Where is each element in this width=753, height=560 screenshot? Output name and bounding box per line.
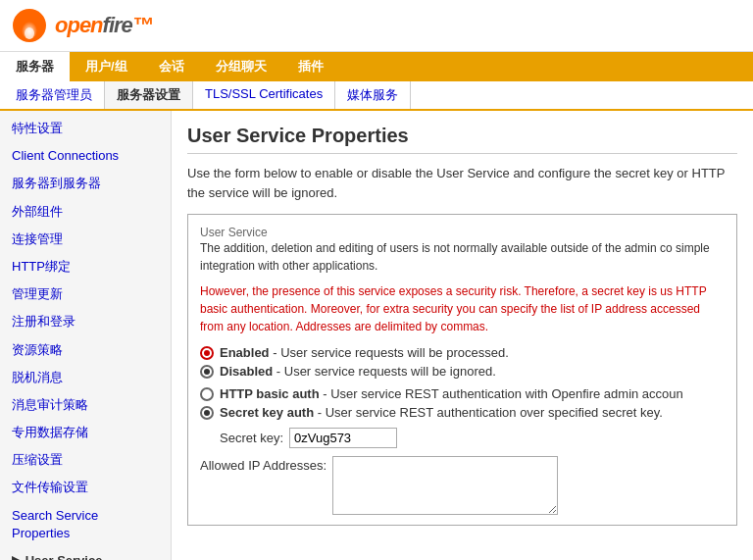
sidebar-item-private-data[interactable]: 专用数据存储 xyxy=(0,419,171,446)
radio-enabled-label: Enabled - User service requests will be … xyxy=(220,345,509,360)
nav-tab-server[interactable]: 服务器 xyxy=(0,52,70,81)
main-nav: 服务器 用户/组 会话 分组聊天 插件 xyxy=(0,52,753,81)
nav-tab-plugins[interactable]: 插件 xyxy=(282,52,339,81)
nav-tab-users[interactable]: 用户/组 xyxy=(70,52,143,81)
service-warning-text: However, the presence of this service ex… xyxy=(200,282,725,335)
sidebar-item-register-login[interactable]: 注册和登录 xyxy=(0,308,171,335)
service-box: User Service The addition, deletion and … xyxy=(187,214,737,526)
service-info-text: The addition, deletion and editing of us… xyxy=(200,239,725,275)
layout: 特性设置 Client Connections 服务器到服务器 外部组件 连接管… xyxy=(0,111,753,560)
main-content: User Service Properties Use the form bel… xyxy=(172,111,753,560)
sidebar: 特性设置 Client Connections 服务器到服务器 外部组件 连接管… xyxy=(0,111,172,560)
logo-icon xyxy=(12,8,47,43)
sub-nav: 服务器管理员 服务器设置 TLS/SSL Certificates 媒体服务 xyxy=(0,81,753,111)
subnav-server-settings[interactable]: 服务器设置 xyxy=(105,81,193,109)
sidebar-item-msg-audit[interactable]: 消息审计策略 xyxy=(0,391,171,419)
nav-tab-groupchat[interactable]: 分组聊天 xyxy=(200,52,282,81)
sidebar-item-features[interactable]: 特性设置 xyxy=(0,115,171,142)
sidebar-item-search-service[interactable]: Search Service Properties xyxy=(0,502,171,547)
radio-http-label: HTTP basic auth - User service REST auth… xyxy=(220,386,683,401)
page-title: User Service Properties xyxy=(187,125,737,154)
sidebar-item-http-bind[interactable]: HTTP绑定 xyxy=(0,253,171,280)
secret-key-label: Secret key: xyxy=(220,431,283,445)
ip-label: Allowed IP Addresses: xyxy=(200,456,326,473)
service-box-title: User Service xyxy=(200,225,725,239)
radio-disabled-row: Disabled - User service requests will be… xyxy=(200,364,725,379)
sidebar-item-resource-policy[interactable]: 资源策略 xyxy=(0,336,171,364)
sidebar-item-offline-msg[interactable]: 脱机消息 xyxy=(0,364,171,391)
ip-textarea[interactable] xyxy=(332,456,558,515)
nav-tab-sessions[interactable]: 会话 xyxy=(143,52,200,81)
sidebar-item-external-components[interactable]: 外部组件 xyxy=(0,198,171,226)
subnav-tls[interactable]: TLS/SSL Certificates xyxy=(193,81,335,109)
radio-secret-circle[interactable] xyxy=(200,406,214,420)
subnav-media[interactable]: 媒体服务 xyxy=(335,81,411,109)
sidebar-item-compression[interactable]: 压缩设置 xyxy=(0,446,171,474)
auth-group: HTTP basic auth - User service REST auth… xyxy=(200,386,725,420)
sidebar-item-file-transfer[interactable]: 文件传输设置 xyxy=(0,474,171,501)
radio-enabled-circle[interactable] xyxy=(200,346,214,360)
radio-disabled-circle[interactable] xyxy=(200,365,214,379)
sidebar-item-connection-mgr[interactable]: 连接管理 xyxy=(0,226,171,253)
secret-key-input[interactable] xyxy=(289,428,397,448)
header: openfire™ xyxy=(0,0,753,52)
intro-text: Use the form below to enable or disable … xyxy=(187,164,737,202)
sidebar-item-client-connections[interactable]: Client Connections xyxy=(0,142,171,170)
ip-row: Allowed IP Addresses: xyxy=(200,456,725,515)
subnav-server-admin[interactable]: 服务器管理员 xyxy=(4,81,105,109)
radio-http-row: HTTP basic auth - User service REST auth… xyxy=(200,386,725,401)
radio-secret-label: Secret key auth - User service REST auth… xyxy=(220,405,663,420)
sidebar-item-s2s[interactable]: 服务器到服务器 xyxy=(0,170,171,197)
sidebar-item-user-service[interactable]: User Service xyxy=(0,547,171,560)
secret-key-row: Secret key: xyxy=(220,428,725,448)
sidebar-item-admin-update[interactable]: 管理更新 xyxy=(0,280,171,308)
enable-disable-group: Enabled - User service requests will be … xyxy=(200,345,725,379)
logo-text: openfire™ xyxy=(55,13,153,38)
radio-enabled-row: Enabled - User service requests will be … xyxy=(200,345,725,360)
svg-point-2 xyxy=(25,27,34,39)
radio-http-circle[interactable] xyxy=(200,387,214,401)
radio-secret-row: Secret key auth - User service REST auth… xyxy=(200,405,725,420)
radio-disabled-label: Disabled - User service requests will be… xyxy=(220,364,496,379)
